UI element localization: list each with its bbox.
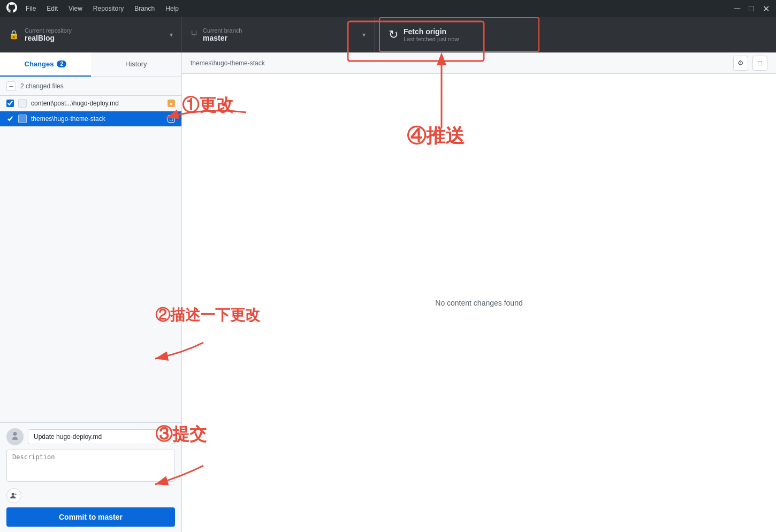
menu-help[interactable]: Help	[165, 5, 179, 12]
file-name-2: themes\hugo-theme-stack	[31, 115, 163, 123]
collapse-button[interactable]: ─	[6, 81, 16, 91]
fetch-label: Fetch origin	[404, 27, 459, 36]
breadcrumb-bar: themes\hugo-theme-stack ⚙ □	[182, 52, 776, 74]
minimize-button[interactable]: ─	[734, 4, 740, 13]
branch-value: master	[203, 34, 242, 42]
tab-changes-label: Changes	[25, 60, 54, 68]
menu-edit[interactable]: Edit	[47, 5, 58, 12]
titlebar: File Edit View Repository Branch Help ─ …	[0, 0, 776, 17]
file-icon-2	[18, 115, 27, 123]
branch-label: Current branch	[203, 27, 242, 34]
breadcrumb: themes\hugo-theme-stack	[191, 59, 265, 67]
diff-area: No content changes found	[182, 74, 776, 532]
file-checkbox-1[interactable]	[6, 100, 14, 107]
fetch-icon: ↻	[389, 28, 398, 42]
commit-area: Commit to master	[0, 422, 181, 532]
titlebar-left: File Edit View Repository Branch Help	[6, 2, 179, 16]
file-badge-submodule-2: □	[168, 115, 175, 123]
repo-info: Current repository realBlog	[25, 27, 72, 42]
tab-changes-badge: 2	[57, 60, 66, 67]
changed-files-header: ─ 2 changed files	[0, 77, 181, 96]
repo-label: Current repository	[25, 27, 72, 34]
titlebar-controls[interactable]: ─ □ ✕	[734, 4, 770, 14]
menu-branch[interactable]: Branch	[134, 5, 155, 12]
list-item[interactable]: themes\hugo-theme-stack □	[0, 111, 181, 127]
content-area: themes\hugo-theme-stack ⚙ □ No content c…	[182, 52, 776, 532]
branch-icon: ⑂	[191, 28, 197, 42]
coauthor-button[interactable]	[6, 488, 21, 503]
tab-changes[interactable]: Changes 2	[0, 52, 91, 77]
fetch-origin-section[interactable]: ↻ Fetch origin Last fetched just now	[379, 17, 539, 52]
titlebar-menu[interactable]: File Edit View Repository Branch Help	[26, 5, 179, 12]
commit-title-input[interactable]	[28, 429, 175, 444]
tab-history[interactable]: History	[91, 52, 182, 77]
commit-input-row	[6, 428, 175, 445]
repo-chevron: ▾	[170, 31, 173, 39]
fetch-info: Fetch origin Last fetched just now	[404, 27, 459, 42]
file-name-1: content\post...\hugo-deploy.md	[31, 100, 163, 107]
lock-icon: 🔒	[9, 29, 19, 40]
current-branch-section[interactable]: ⑂ Current branch master ▾	[182, 17, 375, 52]
commit-description-input[interactable]	[6, 450, 175, 482]
menu-view[interactable]: View	[69, 5, 82, 12]
changed-files-count: 2 changed files	[20, 82, 64, 90]
settings-button[interactable]: ⚙	[733, 56, 748, 71]
breadcrumb-actions: ⚙ □	[733, 56, 767, 71]
main-layout: Changes 2 History ─ 2 changed files cont…	[0, 52, 776, 532]
no-content-message: No content changes found	[435, 299, 522, 307]
file-checkbox-2[interactable]	[6, 115, 14, 123]
file-list: content\post...\hugo-deploy.md ● themes\…	[0, 96, 181, 422]
diff-view-button[interactable]: □	[752, 56, 767, 71]
commit-button[interactable]: Commit to master	[6, 507, 175, 527]
commit-footer-row	[6, 488, 175, 503]
branch-info: Current branch master	[203, 27, 242, 42]
close-button[interactable]: ✕	[763, 4, 770, 14]
toolbar: 🔒 Current repository realBlog ▾ ⑂ Curren…	[0, 17, 776, 52]
branch-chevron: ▾	[362, 31, 366, 39]
file-badge-modified-1: ●	[168, 100, 175, 107]
avatar	[6, 428, 24, 445]
maximize-button[interactable]: □	[749, 4, 754, 13]
menu-repository[interactable]: Repository	[93, 5, 124, 12]
repo-value: realBlog	[25, 34, 72, 42]
tab-history-label: History	[125, 60, 147, 68]
menu-file[interactable]: File	[26, 5, 36, 12]
sidebar: Changes 2 History ─ 2 changed files cont…	[0, 52, 182, 532]
tabs: Changes 2 History	[0, 52, 181, 77]
github-logo	[6, 2, 17, 16]
list-item[interactable]: content\post...\hugo-deploy.md ●	[0, 96, 181, 111]
current-repo-section[interactable]: 🔒 Current repository realBlog ▾	[0, 17, 182, 52]
fetch-sublabel: Last fetched just now	[404, 36, 459, 42]
file-icon-1	[18, 99, 27, 108]
